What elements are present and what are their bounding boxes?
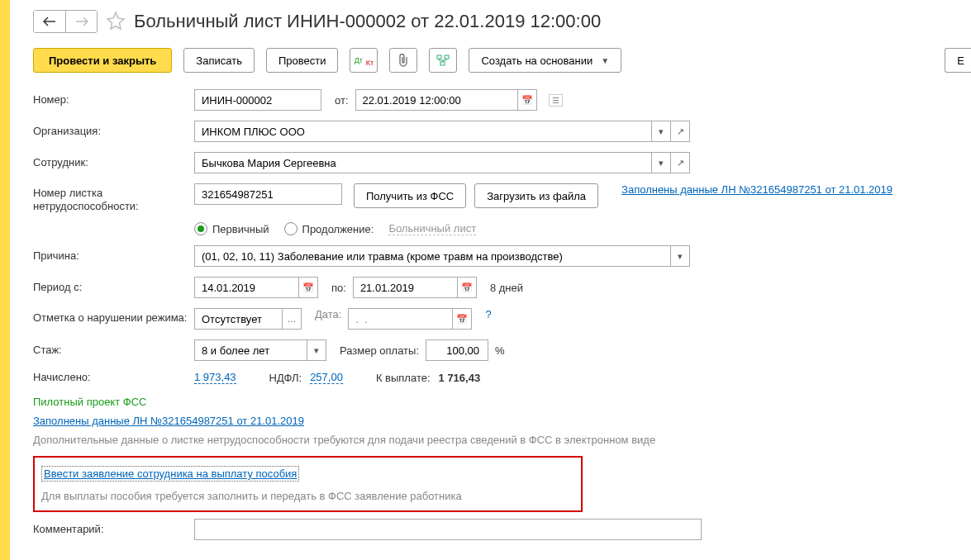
enter-application-link[interactable]: Ввести заявление сотрудника на выплату п…: [41, 466, 299, 482]
more-button[interactable]: Е: [945, 48, 971, 73]
payout-value: 1 716,43: [439, 372, 481, 384]
number-input[interactable]: [194, 89, 321, 111]
pay-size-label: Размер оплаты:: [340, 344, 419, 357]
seniority-label: Стаж:: [33, 344, 194, 357]
paperclip-icon: [397, 54, 409, 67]
page-title: Больничный лист ИНИН-000002 от 22.01.201…: [134, 11, 601, 32]
help-link[interactable]: ?: [485, 308, 491, 320]
accrued-link[interactable]: 1 973,43: [194, 371, 236, 384]
reason-label: Причина:: [33, 249, 194, 263]
payout-label: К выплате:: [376, 372, 431, 384]
period-from-input[interactable]: [194, 277, 299, 298]
period-to-label: по:: [331, 282, 346, 294]
violation-label: Отметка о нарушении режима:: [33, 308, 194, 325]
dropdown-icon[interactable]: ▾: [652, 152, 671, 173]
reason-input[interactable]: [194, 245, 671, 267]
dropdown-icon[interactable]: ▾: [307, 339, 326, 361]
report-icon[interactable]: ☰: [549, 94, 563, 107]
continuation-link[interactable]: Больничный лист: [388, 222, 476, 235]
tax-label: НДФЛ:: [269, 372, 302, 384]
arrow-right-icon: [75, 17, 88, 26]
dropdown-icon[interactable]: ▾: [671, 245, 690, 267]
filled-data-link[interactable]: Заполнены данные ЛН №321654987251 от 21.…: [621, 183, 892, 196]
period-label: Период с:: [33, 281, 194, 294]
nav-buttons: [33, 10, 98, 33]
employee-label: Сотрудник:: [33, 156, 194, 169]
more-icon[interactable]: …: [283, 308, 302, 330]
days-text: 8 дней: [490, 282, 523, 294]
structure-icon: [436, 55, 450, 66]
primary-radio[interactable]: Первичный: [194, 222, 269, 235]
sheet-label: Номер листка нетрудоспособности:: [33, 183, 194, 212]
comment-input[interactable]: [194, 519, 702, 540]
chevron-down-icon: ▼: [601, 56, 609, 65]
load-file-button[interactable]: Загрузить из файла: [474, 183, 598, 208]
org-label: Организация:: [33, 125, 194, 138]
violation-date-input[interactable]: [348, 308, 453, 330]
seniority-input[interactable]: [194, 339, 307, 361]
pay-size-input[interactable]: [426, 339, 488, 361]
comment-label: Комментарий:: [33, 523, 194, 536]
box-note: Для выплаты пособия требуется заполнить …: [41, 490, 574, 502]
calendar-icon[interactable]: 📅: [453, 308, 472, 330]
highlight-box: Ввести заявление сотрудника на выплату п…: [33, 456, 583, 512]
dtkt-button[interactable]: ДтКт: [350, 48, 378, 73]
svg-rect-1: [445, 55, 449, 59]
svg-rect-0: [437, 55, 441, 59]
number-label: Номер:: [33, 93, 194, 107]
date-label: от:: [335, 94, 349, 107]
structure-button[interactable]: [429, 48, 457, 73]
calendar-icon[interactable]: 📅: [458, 277, 477, 298]
continuation-radio[interactable]: Продолжение:: [284, 222, 374, 235]
tax-link[interactable]: 257,00: [310, 371, 343, 384]
svg-rect-2: [440, 62, 445, 65]
pilot-title: Пилотный проект ФСС: [33, 396, 971, 408]
accrued-label: Начислено:: [33, 371, 194, 384]
arrow-left-icon: [43, 17, 56, 26]
violation-input[interactable]: [194, 308, 283, 330]
attach-button[interactable]: [389, 48, 417, 73]
post-and-close-button[interactable]: Провести и закрыть: [33, 48, 172, 73]
calendar-icon[interactable]: 📅: [299, 277, 318, 298]
open-icon[interactable]: ↗: [671, 121, 690, 142]
create-based-button[interactable]: Создать на основании▼: [469, 48, 621, 73]
back-button[interactable]: [34, 11, 65, 32]
percent-label: %: [495, 344, 505, 357]
date-input[interactable]: [355, 89, 518, 111]
note-text: Дополнительные данные о листке нетрудосп…: [33, 434, 971, 446]
dropdown-icon[interactable]: ▾: [652, 121, 671, 142]
calendar-icon[interactable]: 📅: [518, 89, 537, 111]
org-input[interactable]: [194, 121, 652, 142]
save-button[interactable]: Записать: [183, 48, 255, 73]
post-button[interactable]: Провести: [266, 48, 339, 73]
violation-date-label: Дата:: [315, 308, 341, 320]
sheet-input[interactable]: [194, 183, 342, 205]
get-fss-button[interactable]: Получить из ФСС: [354, 183, 466, 208]
forward-button[interactable]: [65, 11, 97, 32]
open-icon[interactable]: ↗: [671, 152, 690, 173]
toolbar: Провести и закрыть Записать Провести ДтК…: [33, 48, 971, 73]
employee-input[interactable]: [194, 152, 652, 173]
filled-data-link-2[interactable]: Заполнены данные ЛН №321654987251 от 21.…: [33, 415, 304, 427]
period-to-input[interactable]: [353, 277, 458, 298]
star-icon[interactable]: [106, 11, 126, 33]
